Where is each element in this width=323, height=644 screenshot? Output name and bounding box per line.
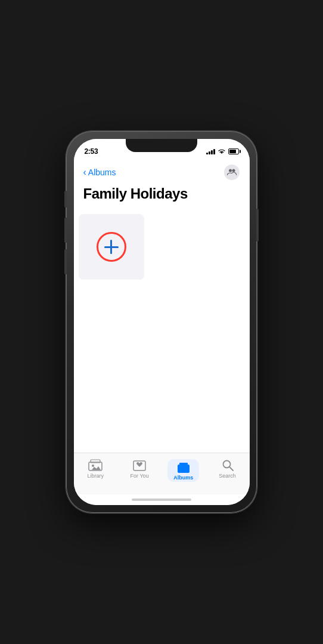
search-tab-icon bbox=[220, 459, 235, 471]
phone-screen: 2:53 bbox=[74, 139, 250, 505]
shared-album-button[interactable] bbox=[223, 164, 240, 181]
svg-line-10 bbox=[229, 467, 233, 470]
svg-point-4 bbox=[92, 465, 94, 467]
albums-tab-label: Albums bbox=[173, 475, 193, 481]
volume-up-button bbox=[64, 218, 67, 243]
tab-albums[interactable]: Albums bbox=[162, 458, 206, 482]
add-photo-button[interactable] bbox=[79, 214, 144, 280]
page-title: Family Holidays bbox=[83, 185, 240, 202]
svg-rect-6 bbox=[178, 465, 190, 473]
tab-search[interactable]: Search bbox=[206, 458, 250, 479]
shared-icon bbox=[224, 165, 240, 180]
main-content bbox=[74, 209, 250, 453]
svg-point-0 bbox=[229, 169, 232, 172]
mute-button bbox=[64, 191, 67, 208]
for-you-tab-label: For You bbox=[131, 473, 149, 479]
back-chevron-icon: ‹ bbox=[83, 167, 86, 178]
nav-bar: ‹ Albums bbox=[74, 159, 250, 183]
wifi-icon bbox=[218, 148, 226, 155]
library-tab-icon bbox=[88, 459, 103, 471]
tab-library[interactable]: Library bbox=[74, 458, 118, 479]
power-button bbox=[256, 209, 259, 242]
library-tab-label: Library bbox=[88, 473, 104, 479]
svg-point-1 bbox=[232, 169, 235, 172]
notch bbox=[126, 139, 197, 152]
back-label: Albums bbox=[88, 168, 116, 177]
for-you-tab-icon bbox=[132, 459, 147, 471]
volume-down-button bbox=[64, 249, 67, 274]
phone-frame: 2:53 bbox=[66, 131, 257, 513]
albums-tab-active-bg: Albums bbox=[167, 459, 199, 482]
page-title-section: Family Holidays bbox=[74, 183, 250, 209]
search-tab-label: Search bbox=[219, 473, 236, 479]
home-bar bbox=[132, 499, 191, 501]
svg-rect-7 bbox=[179, 463, 188, 465]
tab-bar: Library For You bbox=[74, 453, 250, 494]
status-icons bbox=[206, 148, 239, 155]
albums-tab-icon bbox=[176, 462, 191, 473]
signal-icon bbox=[206, 148, 215, 154]
battery-icon bbox=[228, 148, 239, 154]
status-time: 2:53 bbox=[85, 147, 98, 156]
back-button[interactable]: ‹ Albums bbox=[83, 168, 116, 178]
tab-for-you[interactable]: For You bbox=[117, 458, 162, 479]
home-indicator bbox=[74, 494, 250, 505]
add-circle-icon bbox=[97, 232, 126, 262]
